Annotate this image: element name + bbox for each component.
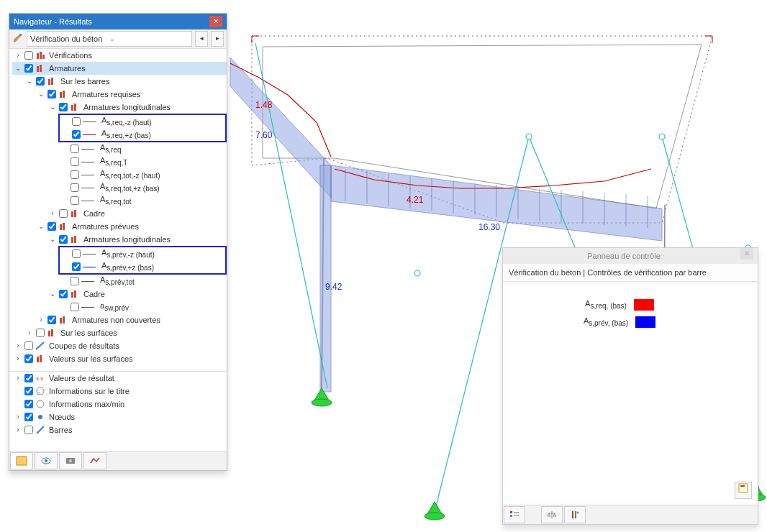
bars-icon xyxy=(35,50,45,60)
tree-a-prev-plus-z[interactable]: As,prév,+z (bas) xyxy=(60,260,225,273)
value-1.48: 1.48 xyxy=(255,100,273,110)
svg-marker-4 xyxy=(230,58,331,198)
bars-icon xyxy=(70,289,80,299)
svg-rect-61 xyxy=(74,290,76,298)
bars-icon xyxy=(35,354,45,364)
tree-cadre-req[interactable]: ›Cadre xyxy=(47,207,227,220)
tab-views[interactable] xyxy=(59,452,82,469)
maxmin-icon xyxy=(35,399,45,409)
svg-point-77 xyxy=(69,459,72,462)
tree-coupes-resultats[interactable]: ›Coupes de résultats xyxy=(12,339,227,352)
tree-a-req-tot-mz[interactable]: As,req,tot,-z (haut) xyxy=(58,168,227,181)
svg-rect-83 xyxy=(514,515,519,516)
svg-line-22 xyxy=(255,43,327,388)
brush-icon[interactable] xyxy=(12,33,24,45)
bars-icon xyxy=(70,234,80,244)
navigator-tree-2[interactable]: ›x.xValeurs de résultat Informations sur… xyxy=(9,371,227,451)
checkbox[interactable] xyxy=(24,51,33,60)
value-7.60: 7.60 xyxy=(255,130,273,140)
results-category-dropdown[interactable]: Vérification du béton ⌄ xyxy=(27,31,192,47)
settings-button[interactable] xyxy=(735,482,752,499)
svg-rect-65 xyxy=(51,329,53,336)
svg-rect-79 xyxy=(740,485,745,487)
tab-display[interactable] xyxy=(35,452,58,469)
tree-cadre-prev[interactable]: ⌄Cadre xyxy=(47,288,227,301)
navigator-titlebar[interactable]: Navigateur - Résultats ✕ xyxy=(9,14,227,29)
tab-results[interactable] xyxy=(83,452,106,469)
tree-sur-les-surfaces[interactable]: ›Sur les surfaces xyxy=(24,326,227,339)
svg-rect-85 xyxy=(575,511,576,518)
svg-rect-53 xyxy=(74,104,76,111)
svg-rect-55 xyxy=(74,210,76,217)
control-panel: Panneau de contrôle ✕ Vérification du bé… xyxy=(502,247,758,525)
prev-button[interactable]: ◂ xyxy=(195,31,208,47)
svg-rect-84 xyxy=(572,511,573,518)
tree-a-req-tot[interactable]: As,req,tot xyxy=(58,194,227,207)
tree-arm-longitudinales-req[interactable]: ⌄ Armatures longitudinales xyxy=(47,101,227,114)
tree-a-req-tot-pz[interactable]: As,req,tot,+z (bas) xyxy=(58,181,227,194)
foot-filter-icon[interactable] xyxy=(564,506,586,523)
navigator-bottom-tabs xyxy=(9,451,227,470)
tree-noeuds[interactable]: ›Nœuds xyxy=(12,411,227,423)
tree-arm-non-couvertes[interactable]: ›Armatures non couvertes xyxy=(35,313,227,326)
tree-barres[interactable]: ›Barres xyxy=(12,423,227,436)
expand-toggle[interactable]: ⌄ xyxy=(14,64,22,73)
svg-rect-81 xyxy=(510,515,512,517)
control-panel-titlebar[interactable]: Panneau de contrôle ✕ xyxy=(503,248,758,264)
svg-rect-51 xyxy=(63,91,65,98)
svg-point-71 xyxy=(38,415,42,419)
bars-icon xyxy=(58,221,68,231)
svg-rect-54 xyxy=(71,211,73,217)
dropdown-label: Vérification du béton xyxy=(30,32,109,46)
control-panel-title: Panneau de contrôle xyxy=(507,248,740,264)
tree-a-req[interactable]: As,req xyxy=(58,142,227,155)
svg-rect-52 xyxy=(71,105,73,111)
svg-text:x.x: x.x xyxy=(36,375,43,382)
tree-verifications[interactable]: › Vérifications xyxy=(12,49,227,62)
tree-infos-maxmin[interactable]: Informations max/min xyxy=(12,398,227,411)
svg-rect-42 xyxy=(19,34,22,36)
swatch-blue xyxy=(635,316,655,328)
expand-toggle[interactable]: › xyxy=(14,51,22,60)
foot-balance-icon[interactable] xyxy=(541,506,563,523)
control-panel-footer xyxy=(503,505,758,524)
foot-list-icon[interactable] xyxy=(504,506,525,523)
svg-rect-50 xyxy=(60,92,62,98)
svg-rect-63 xyxy=(63,316,65,324)
tab-data[interactable] xyxy=(10,452,33,469)
tree-a-prev-minus-z[interactable]: As,prév,-z (haut) xyxy=(60,247,225,260)
tree-a-req-plus-z[interactable]: As,req,+z (bas) xyxy=(60,128,225,141)
xxx-icon: x.x xyxy=(35,373,45,383)
tree-infos-titre[interactable]: Informations sur le titre xyxy=(12,385,227,398)
tree-a-prev-tot[interactable]: As,prév,tot xyxy=(58,275,227,288)
chevron-down-icon: ⌄ xyxy=(109,32,189,46)
tree-asw-prev[interactable]: asw,prév xyxy=(58,301,227,313)
svg-rect-49 xyxy=(51,78,53,85)
svg-point-86 xyxy=(577,512,579,514)
tree-valeurs-resultat[interactable]: ›x.xValeurs de résultat xyxy=(12,372,227,385)
tree-armatures[interactable]: ⌄ Armatures xyxy=(12,62,227,75)
svg-rect-66 xyxy=(37,357,39,362)
close-icon[interactable]: ✕ xyxy=(209,16,222,27)
tree-armatures-prevues[interactable]: ⌄ Armatures prévues xyxy=(35,220,227,233)
svg-rect-73 xyxy=(17,457,27,465)
value-4.21: 4.21 xyxy=(407,195,424,205)
tree-a-req-minus-z[interactable]: As,req,-z (haut) xyxy=(60,115,225,128)
svg-rect-64 xyxy=(48,331,50,336)
legend-item-req[interactable]: As,req, (bas) xyxy=(585,299,654,311)
svg-rect-78 xyxy=(739,484,748,492)
tree-sur-les-barres[interactable]: ⌄ Sur les barres xyxy=(24,75,227,88)
tree-arm-longitudinales-prev[interactable]: ⌄ Armatures longitudinales xyxy=(47,233,227,246)
svg-line-72 xyxy=(37,426,44,434)
navigator-tree[interactable]: › Vérifications ⌄ Armatures ⌄ xyxy=(9,49,227,371)
tree-valeurs-surfaces[interactable]: ›Valeurs sur les surfaces xyxy=(12,352,227,365)
tree-armatures-requises[interactable]: ⌄ Armatures requises xyxy=(35,88,227,101)
close-icon[interactable]: ✕ xyxy=(740,248,753,260)
checkbox[interactable] xyxy=(24,64,33,73)
bars-icon xyxy=(47,328,57,338)
svg-point-26 xyxy=(526,134,532,139)
legend-item-prev[interactable]: As,prév, (bas) xyxy=(584,316,655,328)
svg-rect-80 xyxy=(510,511,512,513)
next-button[interactable]: ▸ xyxy=(211,31,224,47)
tree-a-req-t[interactable]: As,req,T xyxy=(58,155,227,168)
